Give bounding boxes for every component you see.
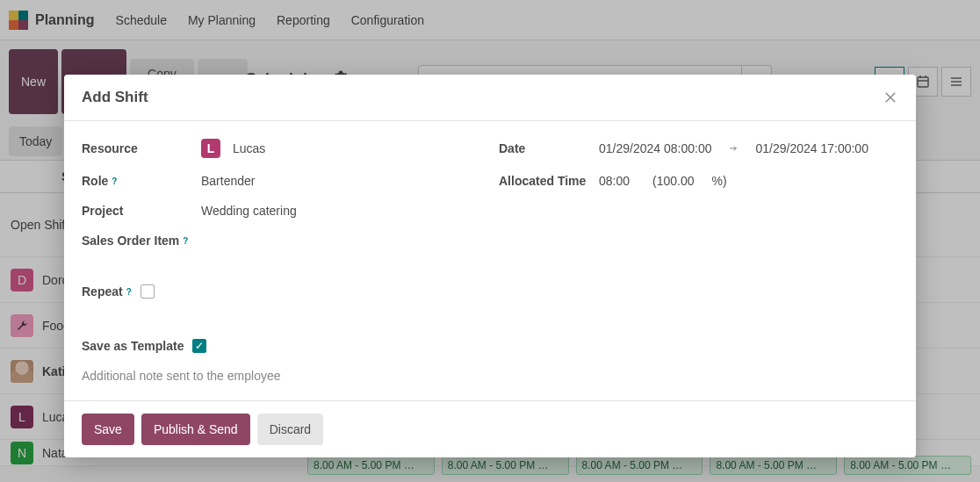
publish-send-button[interactable]: Publish & Send — [141, 414, 250, 445]
value-resource[interactable]: L Lucas — [201, 139, 481, 158]
value-date[interactable]: 01/29/2024 08:00:00 01/29/2024 17:00:00 — [599, 141, 898, 155]
modal-footer: Save Publish & Send Discard — [64, 400, 916, 457]
repeat-checkbox[interactable] — [141, 284, 155, 299]
close-icon[interactable] — [883, 90, 898, 105]
value-role[interactable]: Bartender — [201, 174, 481, 188]
label-allocated: Allocated Time — [499, 174, 599, 188]
modal-header: Add Shift — [64, 75, 916, 121]
field-role: Role? Bartender — [82, 174, 481, 188]
value-project[interactable]: Wedding catering — [201, 204, 481, 218]
help-icon[interactable]: ? — [183, 236, 188, 246]
field-resource: Resource L Lucas — [82, 139, 481, 158]
modal-overlay: Add Shift Resource L Lucas Date 01/29/20… — [0, 0, 980, 482]
field-save-template: Save as Template ✓ — [82, 339, 898, 353]
help-icon[interactable]: ? — [112, 176, 117, 186]
field-project: Project Wedding catering — [82, 204, 481, 218]
help-icon[interactable]: ? — [126, 287, 132, 297]
discard-button[interactable]: Discard — [257, 414, 323, 445]
field-allocated: Allocated Time 08:00 (100.00 %) — [499, 174, 898, 188]
save-button[interactable]: Save — [82, 414, 134, 445]
field-sales-order: Sales Order Item? — [82, 234, 481, 248]
label-resource: Resource — [82, 141, 201, 155]
arrow-right-icon — [727, 144, 739, 153]
modal-title: Add Shift — [82, 89, 883, 106]
label-sales-order: Sales Order Item? — [82, 234, 201, 248]
label-project: Project — [82, 204, 201, 218]
save-template-checkbox[interactable]: ✓ — [192, 339, 206, 353]
note-field[interactable]: Additional note sent to the employee — [82, 369, 898, 383]
label-date: Date — [499, 141, 599, 155]
label-save-template: Save as Template — [82, 339, 184, 353]
add-shift-modal: Add Shift Resource L Lucas Date 01/29/20… — [64, 75, 916, 457]
label-repeat: Repeat? — [82, 284, 132, 299]
label-role: Role? — [82, 174, 201, 188]
modal-body: Resource L Lucas Date 01/29/2024 08:00:0… — [64, 121, 916, 400]
avatar: L — [201, 139, 220, 158]
field-repeat: Repeat? — [82, 284, 898, 299]
field-date: Date 01/29/2024 08:00:00 01/29/2024 17:0… — [499, 139, 898, 158]
value-allocated[interactable]: 08:00 (100.00 %) — [599, 174, 898, 188]
